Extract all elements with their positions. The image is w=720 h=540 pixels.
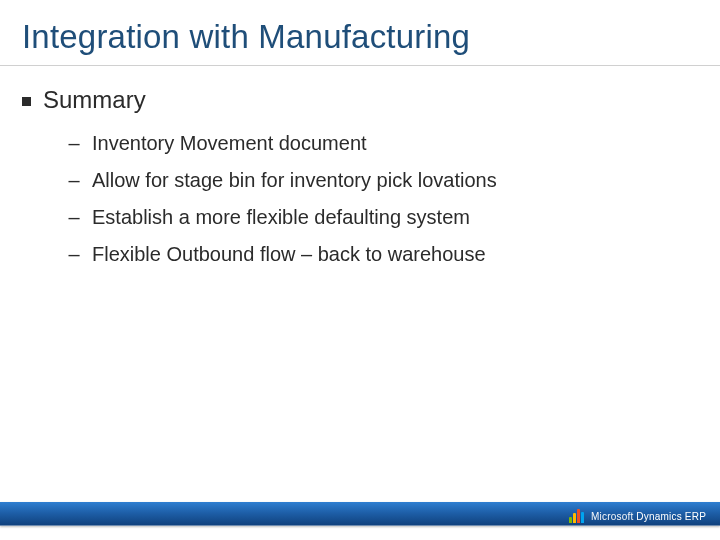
summary-item: Allow for stage bin for inventory pick l… bbox=[92, 169, 497, 192]
square-bullet-icon bbox=[22, 97, 31, 106]
bullet-level2: – Allow for stage bin for inventory pick… bbox=[68, 169, 698, 192]
dash-bullet-icon: – bbox=[68, 243, 80, 266]
brand-name: Microsoft bbox=[591, 511, 633, 522]
dash-bullet-icon: – bbox=[68, 132, 80, 155]
brand-text: Microsoft Dynamics ERP bbox=[591, 511, 706, 522]
bullet-level2: – Flexible Outbound flow – back to wareh… bbox=[68, 243, 698, 266]
slide-body: Summary – Inventory Movement document – … bbox=[22, 86, 698, 280]
brand-block: Microsoft Dynamics ERP bbox=[569, 509, 706, 523]
title-underline bbox=[0, 65, 720, 66]
dash-bullet-icon: – bbox=[68, 206, 80, 229]
bullet-level2: – Inventory Movement document bbox=[68, 132, 698, 155]
bullet-level2: – Establish a more flexible defaulting s… bbox=[68, 206, 698, 229]
summary-heading: Summary bbox=[43, 86, 146, 114]
bullet-level1: Summary bbox=[22, 86, 698, 114]
slide: Integration with Manufacturing Summary –… bbox=[0, 0, 720, 540]
summary-item: Flexible Outbound flow – back to warehou… bbox=[92, 243, 486, 266]
dynamics-logo-icon bbox=[569, 509, 585, 523]
dash-bullet-icon: – bbox=[68, 169, 80, 192]
slide-title: Integration with Manufacturing bbox=[22, 18, 470, 56]
sub-bullets: – Inventory Movement document – Allow fo… bbox=[68, 132, 698, 266]
summary-item: Establish a more flexible defaulting sys… bbox=[92, 206, 470, 229]
brand-product: Dynamics ERP bbox=[636, 511, 706, 522]
summary-item: Inventory Movement document bbox=[92, 132, 367, 155]
